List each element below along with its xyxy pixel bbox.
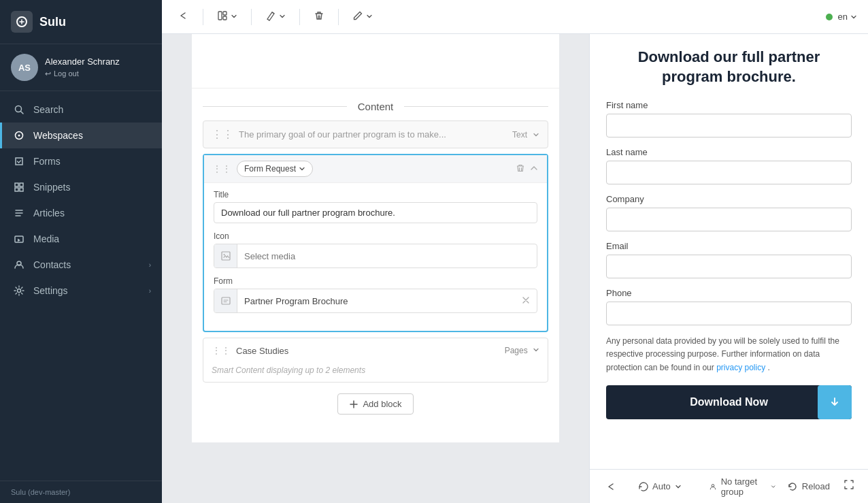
status-indicator <box>826 14 833 20</box>
block-drag-handle: ⋮⋮ <box>212 163 231 174</box>
form-request-block: ⋮⋮ Form Request <box>203 154 548 332</box>
sidebar-logo-text: Sulu <box>39 15 66 29</box>
form-section: Title Icon <box>204 183 547 331</box>
svg-rect-3 <box>15 183 18 186</box>
title-field: Title <box>214 190 537 223</box>
svg-rect-7 <box>15 236 23 242</box>
form-type-dropdown[interactable]: Form Request <box>237 161 313 177</box>
text-block-placeholder: The primary goal of our partner program … <box>239 129 507 140</box>
sidebar-item-label: Webspaces <box>33 130 151 141</box>
reload-button[interactable]: Reload <box>787 481 830 492</box>
last-name-label: Last name <box>606 147 852 157</box>
first-name-input[interactable] <box>606 114 852 137</box>
webspaces-icon <box>13 129 25 142</box>
toolbar-separator-3 <box>299 9 300 25</box>
sidebar-item-snippets[interactable]: Snippets <box>0 174 162 200</box>
avatar-initials: AS <box>18 63 31 73</box>
form-request-block-header: ⋮⋮ Form Request <box>204 155 547 183</box>
add-block-label: Add block <box>363 399 401 409</box>
sidebar-header: Sulu <box>0 0 162 44</box>
sulu-logo-icon[interactable] <box>11 11 33 33</box>
logout-button[interactable]: ↩ Log out <box>45 69 151 78</box>
right-panel: Download our full partner program brochu… <box>589 34 868 503</box>
toolbar-separator-2 <box>251 9 252 25</box>
icon-preview-box <box>214 244 237 267</box>
reload-label: Reload <box>802 481 830 491</box>
sidebar-item-webspaces[interactable]: Webspaces <box>0 123 162 148</box>
phone-label: Phone <box>606 288 852 298</box>
last-name-input[interactable] <box>606 161 852 184</box>
expand-icon[interactable] <box>841 476 857 496</box>
sidebar-item-forms[interactable]: Forms <box>0 148 162 174</box>
bb-back-button[interactable] <box>601 478 622 495</box>
edit-button[interactable] <box>347 7 378 27</box>
svg-rect-12 <box>223 16 227 20</box>
target-group-button[interactable]: No target group <box>709 476 776 497</box>
privacy-policy-link[interactable]: privacy policy <box>716 363 765 372</box>
delete-icon <box>314 10 324 24</box>
lang-label: en <box>838 12 848 22</box>
sidebar-item-label: Search <box>33 104 151 115</box>
layout-button[interactable] <box>212 7 243 27</box>
phone-field: Phone <box>606 288 852 325</box>
company-input[interactable] <box>606 208 852 231</box>
sidebar-item-label: Articles <box>33 208 151 218</box>
form-select-delete[interactable] <box>515 295 537 306</box>
sidebar-nav: Search Webspaces Forms <box>0 91 162 481</box>
language-button[interactable]: en <box>838 12 857 22</box>
download-btn-label: Download Now <box>617 396 841 408</box>
sidebar-item-articles[interactable]: Articles <box>0 200 162 226</box>
case-studies-label: Case Studies <box>236 346 288 356</box>
sidebar-item-settings[interactable]: Settings › <box>0 278 162 304</box>
editor-area: Content ⋮⋮ The primary goal of our partn… <box>162 34 589 503</box>
email-input[interactable] <box>606 255 852 278</box>
sidebar-user: AS Alexander Schranz ↩ Log out <box>0 44 162 91</box>
case-smart-text: Smart Content displaying up to 2 element… <box>203 363 548 382</box>
block-collapse-icon[interactable] <box>529 163 539 175</box>
user-info: Alexander Schranz ↩ Log out <box>45 56 151 78</box>
sidebar-item-contacts[interactable]: Contacts › <box>0 252 162 278</box>
block-actions <box>516 163 539 175</box>
right-panel-content: Download our full partner program brochu… <box>590 34 868 469</box>
case-studies-header: ⋮⋮ Case Studies Pages <box>203 338 548 363</box>
text-block-type: Text <box>512 130 527 140</box>
svg-rect-5 <box>15 188 18 191</box>
delete-button[interactable] <box>308 7 330 27</box>
back-button[interactable] <box>173 7 195 27</box>
first-name-label: First name <box>606 100 852 110</box>
style-button[interactable] <box>260 7 291 27</box>
svg-rect-4 <box>20 183 23 186</box>
edit-chevron-icon <box>366 12 373 22</box>
case-drag-handle: ⋮⋮ <box>212 345 231 356</box>
sidebar-item-label: Settings <box>33 285 141 296</box>
sidebar-item-label: Contacts <box>33 259 141 270</box>
phone-input[interactable] <box>606 302 852 325</box>
form-type-label: Form Request <box>244 164 296 174</box>
sidebar-item-search[interactable]: Search <box>0 97 162 123</box>
bottom-bar: Auto No target group <box>590 469 868 503</box>
layout-chevron-icon <box>231 12 237 22</box>
icon-label: Icon <box>214 231 537 241</box>
icon-input[interactable] <box>237 246 537 266</box>
sidebar-footer: Sulu (dev-master) <box>0 481 162 503</box>
case-studies-block: ⋮⋮ Case Studies Pages Smart Content disp… <box>203 338 548 383</box>
icon-field: Icon <box>214 231 537 268</box>
title-input[interactable] <box>214 202 537 223</box>
svg-rect-10 <box>218 12 222 20</box>
company-label: Company <box>606 194 852 204</box>
block-delete-icon[interactable] <box>516 163 525 175</box>
email-label: Email <box>606 241 852 251</box>
svg-rect-6 <box>20 188 23 191</box>
auto-button[interactable]: Auto <box>633 478 687 494</box>
add-block-button[interactable]: Add block <box>337 393 413 415</box>
download-now-button[interactable]: Download Now <box>606 385 852 419</box>
target-group-label: No target group <box>721 476 767 497</box>
sidebar-item-media[interactable]: Media <box>0 226 162 252</box>
avatar: AS <box>11 54 38 81</box>
icon-input-row <box>214 244 537 268</box>
svg-point-16 <box>712 484 714 487</box>
editor-inner: Content ⋮⋮ The primary goal of our partn… <box>192 34 559 442</box>
sidebar-item-label: Forms <box>33 156 151 167</box>
back-icon <box>178 10 189 24</box>
svg-point-14 <box>223 254 224 255</box>
